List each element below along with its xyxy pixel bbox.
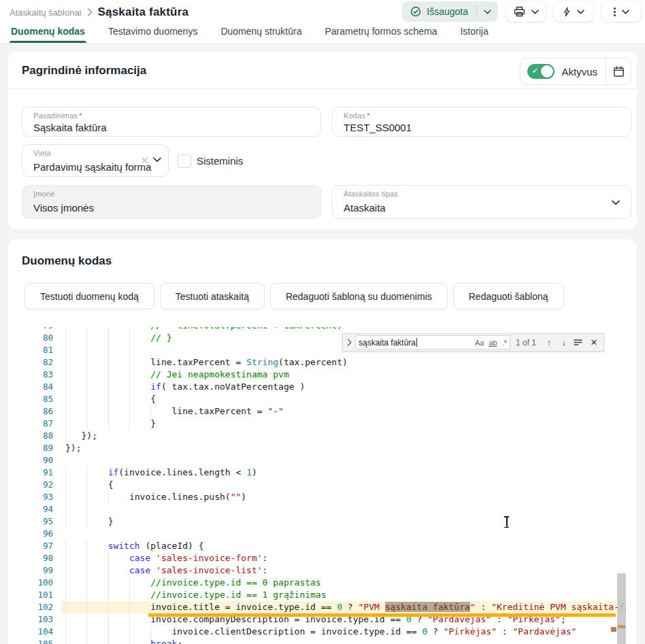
- breadcrumb: Ataskaitų šablonai Sąskaita faktūra: [10, 5, 188, 19]
- line-content: // lineTotal.percent = taxPercent): [65, 327, 626, 332]
- code-line-90[interactable]: 90: [20, 454, 626, 467]
- code-line-91[interactable]: 91 if(invoice.lines.length < 1): [20, 467, 626, 479]
- vertical-scrollbar[interactable]: [617, 573, 626, 644]
- code-line-100[interactable]: 100 //invoice.type.id == 0 paprastas: [20, 577, 626, 589]
- line-number: 80: [20, 332, 53, 344]
- find-previous-button[interactable]: ↑: [544, 337, 555, 348]
- tab-4[interactable]: Istorija: [459, 22, 489, 43]
- code-line-85[interactable]: 85 {: [20, 393, 626, 405]
- code-line-97[interactable]: 97 switch (placeId) {: [20, 540, 626, 552]
- printer-icon: [514, 6, 525, 17]
- toggle-check-icon: ✓: [531, 66, 538, 75]
- find-input[interactable]: sąskaita faktūra Aa ab .*: [355, 335, 510, 350]
- line-content: if(invoice.lines.length < 1): [65, 467, 626, 479]
- code-action-button-2[interactable]: Redaguoti šabloną su duomenimis: [270, 283, 448, 309]
- tab-0[interactable]: Duomenų kodas: [10, 22, 86, 43]
- code-line-84[interactable]: 84 if( tax.tax.noVatPercentage ): [20, 381, 626, 393]
- place-chevron-down-icon[interactable]: [153, 157, 161, 163]
- code-line-95[interactable]: 95 }: [20, 515, 626, 528]
- code-editor[interactable]: 79 // lineTotal.percent = taxPercent)80 …: [20, 327, 626, 644]
- code-line-96[interactable]: 96: [20, 528, 626, 540]
- active-toggle[interactable]: ✓: [527, 64, 555, 79]
- match-underline-bar: [148, 613, 616, 617]
- code-line-102[interactable]: 102 invoice.title = invoice.type.id == 0…: [20, 601, 626, 613]
- line-number: 83: [20, 369, 53, 381]
- clear-icon[interactable]: ✕: [140, 154, 149, 167]
- saved-split-button[interactable]: Išsaugota: [402, 1, 498, 22]
- code-lines: 79 // lineTotal.percent = taxPercent)80 …: [20, 327, 626, 644]
- code-line-88[interactable]: 88 });: [20, 430, 626, 442]
- whole-word-toggle[interactable]: ab: [489, 339, 497, 347]
- code-line-105[interactable]: 105 break;: [20, 638, 626, 644]
- line-number: 100: [20, 577, 53, 589]
- tab-1[interactable]: Testavimo duomenys: [107, 22, 199, 43]
- place-select-label: Vieta: [33, 149, 51, 157]
- line-content: //invoice.type.id == 0 paprastas: [65, 577, 626, 589]
- data-code-card: Duomenų kodas Testuoti duomenų kodąTestu…: [8, 239, 637, 644]
- line-number: 92: [20, 479, 53, 491]
- code-line-94[interactable]: 94: [20, 503, 626, 515]
- code-line-79[interactable]: 79 // lineTotal.percent = taxPercent): [20, 327, 626, 332]
- page-title: Sąskaita faktūra: [98, 5, 189, 19]
- code-line-82[interactable]: 82 line.taxPercent = String(tax.percent): [20, 356, 626, 369]
- code-action-button-0[interactable]: Testuoti duomenų kodą: [24, 283, 154, 309]
- line-content: {: [65, 393, 626, 405]
- line-content: });: [65, 430, 626, 442]
- report-type-select[interactable]: Ataskaitos tipas Ataskaita: [332, 185, 631, 219]
- find-toggle-replace-chevron-icon[interactable]: [343, 339, 355, 346]
- line-content: }: [65, 515, 626, 528]
- code-line-98[interactable]: 98 case 'sales-invoice-form':: [20, 552, 626, 564]
- text-caret: [416, 338, 417, 347]
- line-content: //invoice.type.id == 1 grąžinimas: [65, 589, 626, 601]
- more-menu-button[interactable]: [601, 1, 641, 22]
- line-number: 94: [20, 503, 53, 515]
- systemic-checkbox-label: Sisteminis: [197, 155, 243, 167]
- line-number: 90: [20, 454, 53, 467]
- tab-3[interactable]: Parametrų formos schema: [323, 22, 438, 43]
- required-asterisk: *: [367, 112, 369, 120]
- code-line-101[interactable]: 101 //invoice.type.id == 1 grąžinimas: [20, 589, 626, 601]
- main-info-title: Pagrindinė informacija: [22, 64, 146, 78]
- code-action-button-1[interactable]: Testuoti ataskaitą: [160, 283, 265, 309]
- calendar-icon: [613, 66, 625, 78]
- find-query-text: sąskaita faktūra: [359, 338, 416, 348]
- systemic-checkbox[interactable]: [178, 154, 191, 168]
- code-line-83[interactable]: 83 // Jei neapmokestinama pvm: [20, 369, 626, 381]
- code-line-99[interactable]: 99 case 'sales-invoice-list':: [20, 564, 626, 577]
- actions-button[interactable]: [554, 1, 593, 22]
- code-line-104[interactable]: 104 invoice.clientDescription = invoice.…: [20, 626, 626, 638]
- line-content: case 'sales-invoice-list':: [65, 564, 626, 577]
- main-info-card: Pagrindinė informacija ✓ Aktyvus Pavadin…: [8, 52, 637, 230]
- name-field[interactable]: Pavadinimas* Sąskaita faktūra: [22, 107, 321, 137]
- line-number: 91: [20, 467, 53, 479]
- line-number: 87: [20, 418, 53, 430]
- code-action-button-3[interactable]: Redaguoti šabloną: [453, 283, 564, 309]
- place-select[interactable]: Vieta Pardavimų sąskaitų forma ✕: [22, 144, 169, 177]
- schedule-calendar-button[interactable]: [606, 58, 631, 84]
- breadcrumb-chevron-icon: [87, 8, 93, 16]
- match-case-toggle[interactable]: Aa: [475, 339, 484, 347]
- top-header: Ataskaitų šablonai Sąskaita faktūra Išsa…: [0, 0, 645, 44]
- overview-ruler-mark: [611, 627, 616, 632]
- print-button[interactable]: [506, 1, 546, 22]
- code-field[interactable]: Kodas* TEST_SS0001: [332, 107, 631, 137]
- line-content: }: [65, 418, 626, 430]
- breadcrumb-root-link[interactable]: Ataskaitų šablonai: [10, 7, 82, 18]
- line-content: switch (placeId) {: [65, 540, 626, 552]
- find-in-selection-button[interactable]: [574, 339, 584, 346]
- save-chevron-down-icon[interactable]: [477, 10, 498, 14]
- code-line-89[interactable]: 89});: [20, 442, 626, 454]
- report-type-label: Ataskaitos tipas: [344, 190, 398, 198]
- code-line-87[interactable]: 87 }: [20, 418, 626, 430]
- regex-toggle[interactable]: .*: [502, 339, 507, 347]
- report-type-chevron-down-icon[interactable]: [612, 200, 620, 205]
- find-next-button[interactable]: ↓: [559, 337, 569, 348]
- line-content: invoice.lines.push(""): [65, 491, 626, 503]
- find-close-button[interactable]: ✕: [589, 337, 599, 348]
- tab-2[interactable]: Duomenų struktūra: [219, 22, 303, 43]
- name-field-value: Sąskaita faktūra: [33, 122, 107, 133]
- active-status-box: ✓ Aktyvus: [520, 58, 631, 85]
- code-line-93[interactable]: 93 invoice.lines.push(""): [20, 491, 626, 503]
- code-line-92[interactable]: 92 {: [20, 479, 626, 491]
- code-line-86[interactable]: 86 line.taxPercent = "-": [20, 405, 626, 418]
